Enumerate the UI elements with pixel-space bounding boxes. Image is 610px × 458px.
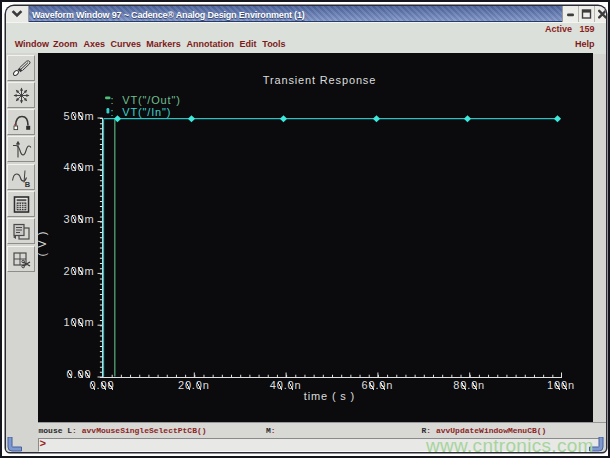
svg-text:B: B	[24, 179, 30, 187]
